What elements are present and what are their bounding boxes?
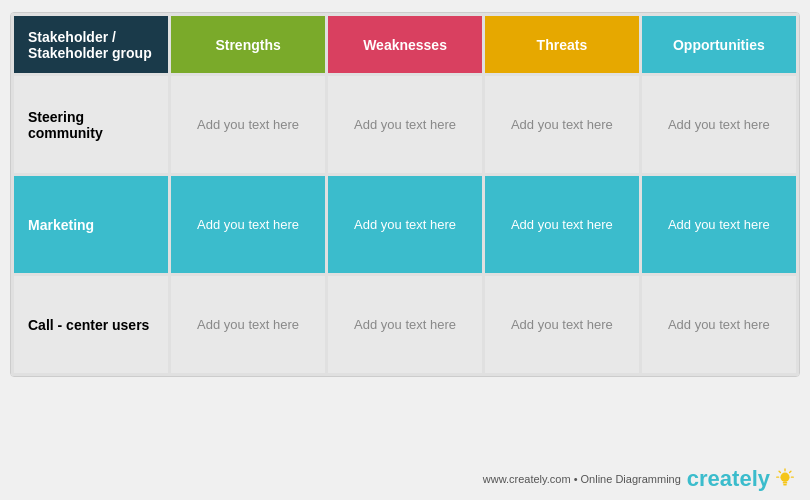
svg-rect-1 (783, 482, 788, 484)
svg-line-7 (779, 471, 780, 472)
creately-logo: creately (687, 466, 796, 492)
row1-opportunities-cell[interactable]: Add you text here (640, 75, 797, 175)
row3-stakeholder-cell: Call - center users (13, 275, 170, 375)
row3-weaknesses-cell[interactable]: Add you text here (326, 275, 483, 375)
row2-opportunities-cell[interactable]: Add you text here (640, 175, 797, 275)
row2-stakeholder-cell: Marketing (13, 175, 170, 275)
row1-stakeholder-cell: Steering community (13, 75, 170, 175)
svg-line-6 (790, 471, 791, 472)
brand-name: creately (687, 466, 770, 492)
table-row: Steering community Add you text here Add… (13, 75, 798, 175)
row1-strengths-cell[interactable]: Add you text here (170, 75, 327, 175)
table-row: Call - center users Add you text here Ad… (13, 275, 798, 375)
row1-weaknesses-cell[interactable]: Add you text here (326, 75, 483, 175)
header-weaknesses: Weaknesses (326, 15, 483, 75)
svg-rect-2 (783, 484, 787, 485)
footer: www.creately.com • Online Diagramming cr… (483, 466, 796, 492)
table-container: Stakeholder / Stakeholder group Strength… (10, 12, 800, 377)
table-row: Marketing Add you text here Add you text… (13, 175, 798, 275)
row1-threats-cell[interactable]: Add you text here (484, 75, 641, 175)
header-threats: Threats (484, 15, 641, 75)
header-opportunities: Opportunities (640, 15, 797, 75)
footer-url: www.creately.com • Online Diagramming (483, 473, 681, 485)
bulb-icon (774, 468, 796, 490)
row2-weaknesses-cell[interactable]: Add you text here (326, 175, 483, 275)
header-strengths: Strengths (170, 15, 327, 75)
header-row: Stakeholder / Stakeholder group Strength… (13, 15, 798, 75)
row3-strengths-cell[interactable]: Add you text here (170, 275, 327, 375)
header-stakeholder: Stakeholder / Stakeholder group (13, 15, 170, 75)
row2-threats-cell[interactable]: Add you text here (484, 175, 641, 275)
row3-threats-cell[interactable]: Add you text here (484, 275, 641, 375)
swot-table: Stakeholder / Stakeholder group Strength… (11, 13, 799, 376)
row2-strengths-cell[interactable]: Add you text here (170, 175, 327, 275)
row3-opportunities-cell[interactable]: Add you text here (640, 275, 797, 375)
svg-point-0 (780, 473, 789, 482)
